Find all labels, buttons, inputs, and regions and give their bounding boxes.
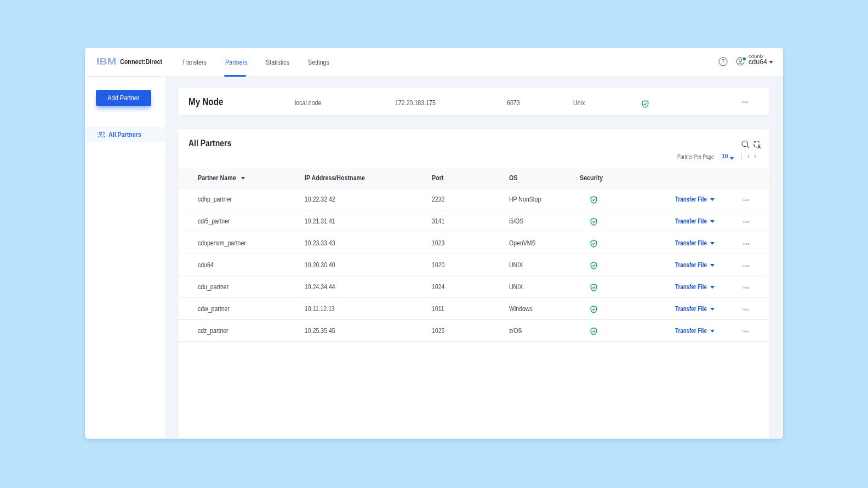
svg-text:?: ? — [722, 59, 725, 65]
svg-text:IBM: IBM — [97, 57, 116, 66]
